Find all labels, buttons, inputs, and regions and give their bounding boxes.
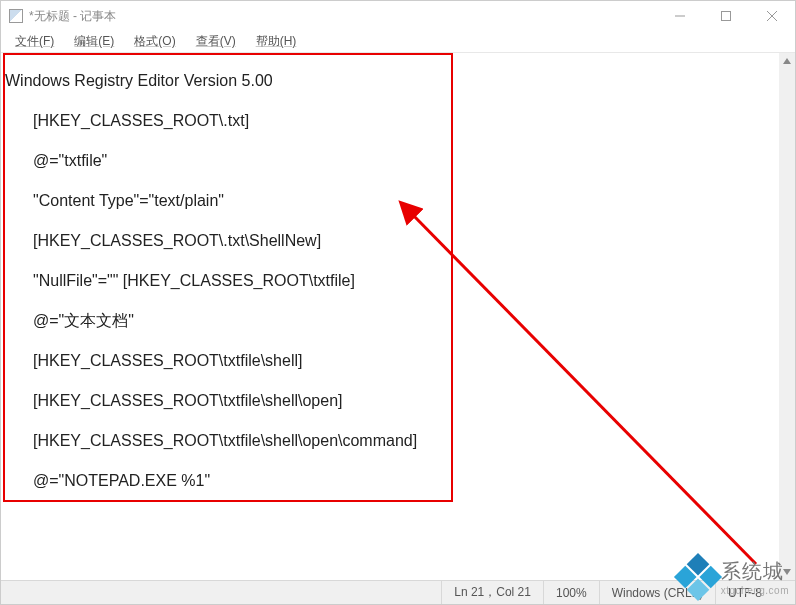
status-position: Ln 21，Col 21 (441, 581, 543, 604)
watermark-text: 系统城 (721, 558, 789, 585)
editor-line: @="文本文档" (3, 301, 793, 341)
watermark-url: xtgcheng.com (721, 585, 789, 596)
menu-file[interactable]: 文件(F) (5, 31, 64, 52)
titlebar: *无标题 - 记事本 (1, 1, 795, 31)
window-controls (657, 1, 795, 31)
editor-line: [HKEY_CLASSES_ROOT\.txt] (3, 101, 793, 141)
watermark: 系统城 xtgcheng.com (681, 558, 789, 596)
status-zoom: 100% (543, 581, 599, 604)
editor-line: [HKEY_CLASSES_ROOT\.txt\ShellNew] (3, 221, 793, 261)
statusbar: Ln 21，Col 21 100% Windows (CRLF) UTF-8 (1, 580, 795, 604)
editor-line: [HKEY_CLASSES_ROOT\txtfile\shell\open] (3, 381, 793, 421)
maximize-button[interactable] (703, 1, 749, 31)
menu-edit[interactable]: 编辑(E) (64, 31, 124, 52)
editor-line: "NullFile"="" [HKEY_CLASSES_ROOT\txtfile… (3, 261, 793, 301)
editor-line: "Content Type"="text/plain" (3, 181, 793, 221)
menubar: 文件(F) 编辑(E) 格式(O) 查看(V) 帮助(H) (1, 31, 795, 53)
menu-format[interactable]: 格式(O) (124, 31, 185, 52)
scroll-up-icon[interactable] (779, 53, 795, 69)
vertical-scrollbar[interactable] (779, 53, 795, 580)
editor-line: @="txtfile" (3, 141, 793, 181)
app-icon (9, 9, 23, 23)
editor-line: [HKEY_CLASSES_ROOT\txtfile\shell\open\co… (3, 421, 793, 461)
editor-line: @="NOTEPAD.EXE %1" (3, 461, 793, 501)
watermark-logo-icon (674, 553, 722, 601)
menu-help[interactable]: 帮助(H) (246, 31, 307, 52)
editor-line: Windows Registry Editor Version 5.00 (3, 61, 793, 101)
svg-rect-1 (722, 12, 731, 21)
svg-marker-4 (783, 58, 791, 64)
close-button[interactable] (749, 1, 795, 31)
text-editor[interactable]: Windows Registry Editor Version 5.00 [HK… (1, 53, 795, 580)
menu-view[interactable]: 查看(V) (186, 31, 246, 52)
editor-line: [HKEY_CLASSES_ROOT\txtfile\shell] (3, 341, 793, 381)
window-title: *无标题 - 记事本 (29, 8, 657, 25)
minimize-button[interactable] (657, 1, 703, 31)
